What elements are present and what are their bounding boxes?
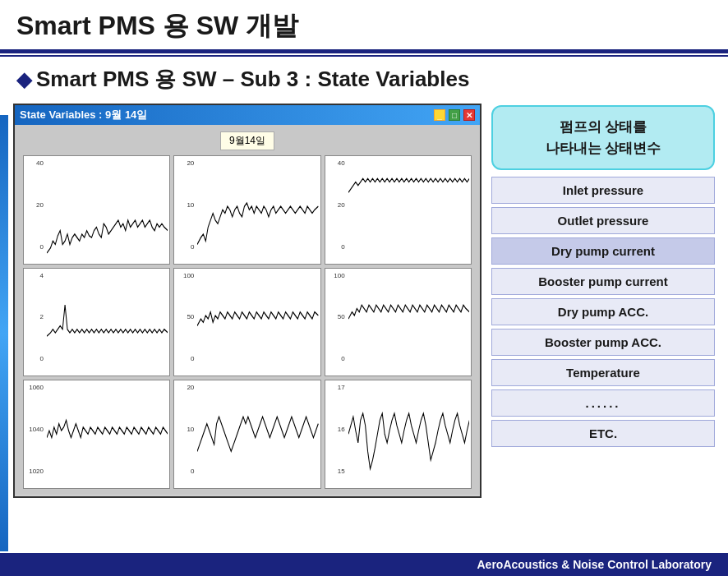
- chart-4-svg: [47, 270, 168, 375]
- chart-8-y-labels: 20 10 0: [174, 384, 196, 475]
- footer: AeroAcoustics & Noise Control Laboratory: [0, 553, 728, 576]
- info-line2: 나타내는 상태변수: [546, 141, 661, 156]
- chart-2-ymid: 10: [187, 201, 194, 209]
- sub-title-bar: ◆ Smart PMS 용 SW – Sub 3 : State Variabl…: [0, 58, 728, 100]
- svg-rect-3: [47, 270, 168, 375]
- chart-5-svg: [197, 270, 318, 375]
- close-button[interactable]: ✕: [463, 109, 475, 121]
- chart-8-ymid: 10: [187, 426, 194, 433]
- svg-rect-5: [348, 270, 469, 375]
- chart-7-y-labels: 1060 1040 1020: [24, 384, 45, 475]
- chart-1: 40 20 0: [23, 155, 170, 265]
- chart-4-ymid: 2: [40, 313, 44, 320]
- chart-9-svg: [348, 382, 469, 486]
- chart-6: 100 50 0: [325, 268, 472, 377]
- window-controls: _ □ ✕: [432, 109, 475, 121]
- chart-6-y-labels: 100 50 0: [325, 272, 347, 363]
- minimize-button[interactable]: _: [434, 109, 445, 121]
- main-content: State Variables : 9월 14일 _ □ ✕ 9월14일 40 …: [0, 100, 728, 503]
- chart-1-svg: [47, 158, 168, 262]
- state-item-dry-pump-acc: Dry pump ACC.: [491, 298, 715, 325]
- chart-4-y-labels: 4 2 0: [24, 272, 45, 363]
- state-item-dry-pump-current: Dry pump current: [491, 237, 715, 265]
- date-label-container: 9월14일: [23, 131, 472, 150]
- svg-rect-2: [348, 158, 469, 262]
- footer-text: AeroAcoustics & Noise Control Laboratory: [477, 558, 712, 571]
- chart-9-ymid: 16: [338, 426, 345, 433]
- state-item-dots: ......: [491, 389, 715, 417]
- chart-5-ymin: 0: [191, 355, 194, 362]
- window-title-bar: State Variables : 9월 14일 _ □ ✕: [15, 105, 480, 125]
- chart-9-ymax: 17: [338, 384, 345, 391]
- chart-6-ymin: 0: [341, 355, 344, 362]
- chart-1-ymin: 0: [40, 243, 44, 251]
- chart-3-ymin: 0: [341, 243, 344, 251]
- chart-6-ymax: 100: [334, 272, 344, 279]
- right-panel: 펌프의 상태를 나타내는 상태변수 Inlet pressure Outlet …: [491, 104, 715, 500]
- chart-9-y-labels: 17 16 15: [325, 384, 347, 475]
- chart-4-ymin: 0: [40, 355, 44, 362]
- chart-2-ymin: 0: [191, 243, 194, 251]
- state-item-outlet-pressure: Outlet pressure: [491, 207, 715, 234]
- state-item-etc: ETC.: [491, 420, 715, 447]
- chart-4: 4 2 0: [23, 268, 170, 377]
- chart-5-y-labels: 100 50 0: [174, 272, 196, 363]
- page-title: Smart PMS 용 SW 개발: [16, 8, 712, 44]
- window-title: State Variables : 9월 14일: [20, 108, 147, 122]
- chart-2: 20 10 0: [173, 155, 320, 265]
- state-item-booster-pump-current: Booster pump current: [491, 268, 715, 295]
- chart-3-svg: [348, 158, 469, 262]
- svg-rect-6: [47, 382, 168, 486]
- chart-1-ymax: 40: [36, 159, 44, 167]
- chart-8-ymax: 20: [187, 384, 194, 391]
- chart-5-ymid: 50: [187, 313, 194, 320]
- sub-title-text: Smart PMS 용 SW – Sub 3 : State Variables: [36, 65, 469, 94]
- date-badge: 9월14일: [220, 131, 274, 150]
- diamond-icon: ◆: [16, 68, 31, 91]
- chart-7-ymax: 1060: [29, 384, 44, 391]
- chart-6-svg: [348, 270, 469, 375]
- info-box: 펌프의 상태를 나타내는 상태변수: [491, 105, 715, 170]
- chart-3-ymid: 20: [338, 201, 345, 209]
- chart-7-ymid: 1040: [29, 426, 44, 433]
- blue-lines-decoration: [0, 52, 728, 58]
- chart-7: 1060 1040 1020: [23, 380, 170, 489]
- chart-9: 17 16 15: [325, 380, 472, 489]
- chart-7-svg: [47, 382, 168, 486]
- svg-rect-1: [197, 158, 318, 262]
- charts-grid: 40 20 0 20 10 0: [23, 155, 472, 489]
- maximize-button[interactable]: □: [449, 109, 460, 121]
- chart-1-y-labels: 40 20 0: [24, 159, 45, 251]
- state-item-booster-pump-acc: Booster pump ACC.: [491, 329, 715, 356]
- chart-2-svg: [197, 158, 318, 262]
- left-bar-decoration: [0, 115, 8, 551]
- svg-rect-4: [197, 270, 318, 375]
- chart-8: 20 10 0: [173, 380, 320, 489]
- chart-8-ymin: 0: [191, 468, 194, 475]
- chart-8-svg: [197, 382, 318, 486]
- chart-2-y-labels: 20 10 0: [174, 159, 196, 251]
- chart-2-ymax: 20: [187, 159, 194, 167]
- chart-5: 100 50 0: [173, 268, 320, 377]
- chart-3-y-labels: 40 20 0: [325, 159, 347, 251]
- chart-3-ymax: 40: [338, 159, 345, 167]
- svg-rect-0: [47, 158, 168, 262]
- chart-3: 40 20 0: [325, 155, 472, 265]
- info-line1: 펌프의 상태를: [560, 119, 647, 135]
- chart-5-ymax: 100: [183, 272, 194, 279]
- chart-9-ymin: 15: [338, 468, 345, 475]
- chart-4-ymax: 4: [40, 272, 44, 279]
- chart-6-ymid: 50: [338, 313, 345, 320]
- chart-7-ymin: 1020: [29, 468, 44, 475]
- header: Smart PMS 용 SW 개발: [0, 0, 728, 52]
- state-item-temperature: Temperature: [491, 359, 715, 386]
- window-inner: 9월14일 40 20 0: [15, 125, 480, 495]
- state-variables-window: State Variables : 9월 14일 _ □ ✕ 9월14일 40 …: [13, 104, 481, 498]
- chart-1-ymid: 20: [36, 201, 44, 209]
- state-item-inlet-pressure: Inlet pressure: [491, 177, 715, 204]
